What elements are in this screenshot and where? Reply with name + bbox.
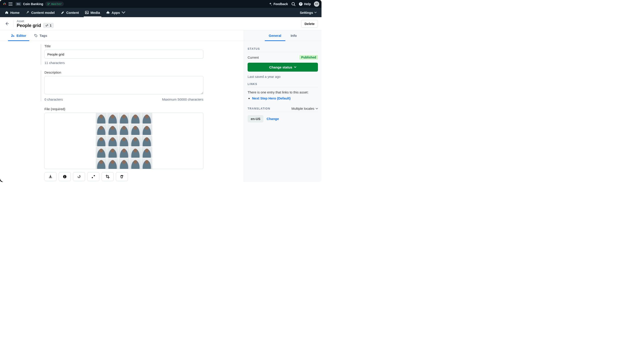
resize-button[interactable] <box>87 172 99 181</box>
nav-apps-label: Apps <box>112 11 120 14</box>
image-icon <box>85 11 89 14</box>
avatar[interactable]: AR <box>314 1 319 7</box>
links-heading: LINKS <box>248 82 318 86</box>
svg-point-2 <box>48 3 48 3</box>
sidebar-tab-general[interactable]: General <box>265 30 285 41</box>
status-badge: Published <box>299 55 318 60</box>
help-label: Help <box>304 2 311 6</box>
locale-change-link[interactable]: Change <box>266 117 279 121</box>
description-label: Description <box>45 70 204 74</box>
rotate-icon <box>77 175 81 179</box>
project-bar: BE Coin Banking master Feedback ? Help A… <box>0 0 322 8</box>
feedback-label: Feedback <box>273 2 288 6</box>
branch-pill[interactable]: master <box>45 2 64 6</box>
svg-point-10 <box>86 12 87 12</box>
sidebar: General Info STATUS Current Published Ch… <box>244 30 322 182</box>
search-icon[interactable] <box>291 2 295 6</box>
file-toolbar <box>45 172 204 181</box>
title-label: Title <box>45 44 204 48</box>
info-button[interactable] <box>59 172 71 181</box>
status-current-label: Current <box>248 56 259 59</box>
workspace-badge: BE <box>16 2 21 6</box>
nav-home-label: Home <box>10 11 20 14</box>
help-icon: ? <box>299 2 303 6</box>
menu-icon[interactable] <box>9 2 13 6</box>
info-icon <box>63 175 67 179</box>
main-column: Editor Tags Title 11 characters Descript… <box>0 30 244 182</box>
svg-point-0 <box>4 3 5 4</box>
field-file: File (required) <box>41 107 204 181</box>
change-status-label: Change status <box>269 65 292 69</box>
download-icon <box>49 175 53 179</box>
description-max: Maximum 50000 characters <box>162 98 203 101</box>
feedback-button[interactable]: Feedback <box>269 2 288 6</box>
status-heading: STATUS <box>248 47 318 50</box>
svg-point-11 <box>12 34 13 35</box>
svg-point-1 <box>4 4 5 5</box>
multiple-locales-toggle[interactable]: Multiple locales <box>291 106 318 110</box>
wrench-icon <box>26 11 30 14</box>
link-icon <box>45 24 49 27</box>
tab-tags[interactable]: Tags <box>31 30 50 41</box>
chevron-down-icon <box>314 12 316 14</box>
main-nav: Home Content model Content Media Apps Se… <box>0 8 322 17</box>
change-status-button[interactable]: Change status <box>248 63 318 72</box>
nav-settings-label: Settings <box>300 11 313 14</box>
description-textarea[interactable] <box>45 76 203 94</box>
file-label: File (required) <box>45 107 204 111</box>
nav-content-label: Content <box>66 11 79 14</box>
branch-name: master <box>51 2 62 6</box>
help-button[interactable]: ? Help <box>299 2 311 6</box>
breadcrumb: Asset <box>17 20 54 23</box>
people-grid-image <box>96 113 152 169</box>
nav-content-model[interactable]: Content model <box>23 8 58 17</box>
svg-point-4 <box>49 3 49 4</box>
download-button[interactable] <box>45 172 57 181</box>
field-description: Description 0 characters Maximum 50000 c… <box>41 70 204 101</box>
file-preview[interactable] <box>45 113 203 169</box>
tab-editor-label: Editor <box>17 34 26 38</box>
svg-rect-9 <box>85 11 88 14</box>
locale-chip: en-US <box>248 115 263 122</box>
nav-media[interactable]: Media <box>82 8 103 17</box>
editor-tree-icon <box>11 34 15 38</box>
pencil-icon <box>61 11 65 14</box>
crop-icon <box>106 175 110 179</box>
branch-icon <box>47 3 50 5</box>
entry-tabs: Editor Tags <box>0 30 244 41</box>
nav-home[interactable]: Home <box>2 8 23 17</box>
tab-tags-label: Tags <box>40 34 47 38</box>
nav-content-model-label: Content model <box>31 11 55 14</box>
link-count-pill[interactable]: 1 <box>43 23 54 28</box>
sparkle-icon <box>269 2 272 6</box>
nav-content[interactable]: Content <box>58 8 82 17</box>
sidebar-tab-info[interactable]: Info <box>287 30 301 41</box>
rotate-button[interactable] <box>73 172 85 181</box>
svg-point-3 <box>48 4 48 5</box>
links-list: Next Step Hero (Default) <box>248 96 318 100</box>
page-header: Asset People grid 1 Delete <box>0 17 322 30</box>
nav-apps[interactable]: Apps <box>103 8 129 17</box>
description-char-count: 0 characters <box>45 98 63 101</box>
svg-text:?: ? <box>300 2 301 6</box>
tab-editor[interactable]: Editor <box>8 30 29 41</box>
crop-button[interactable] <box>102 172 114 181</box>
svg-rect-17 <box>65 176 65 178</box>
delete-file-button[interactable] <box>116 172 128 181</box>
chevron-down-icon <box>122 11 125 14</box>
title-input[interactable] <box>45 50 203 59</box>
links-summary: There is one entry that links to this as… <box>248 90 318 94</box>
project-name[interactable]: Coin Banking <box>23 2 43 6</box>
compress-icon <box>91 175 95 179</box>
home-icon <box>5 11 9 14</box>
svg-point-5 <box>292 2 294 5</box>
nav-settings[interactable]: Settings <box>297 8 320 17</box>
delete-button[interactable]: Delete <box>301 20 318 28</box>
linked-entry-link[interactable]: Next Step Hero (Default) <box>252 96 291 100</box>
contentful-logo-icon <box>3 2 7 6</box>
last-saved-text: Last saved a year ago <box>248 75 318 78</box>
back-arrow-icon[interactable] <box>5 21 9 26</box>
page-title: People grid <box>17 23 41 28</box>
svg-point-14 <box>35 35 36 35</box>
tag-icon <box>34 34 38 38</box>
